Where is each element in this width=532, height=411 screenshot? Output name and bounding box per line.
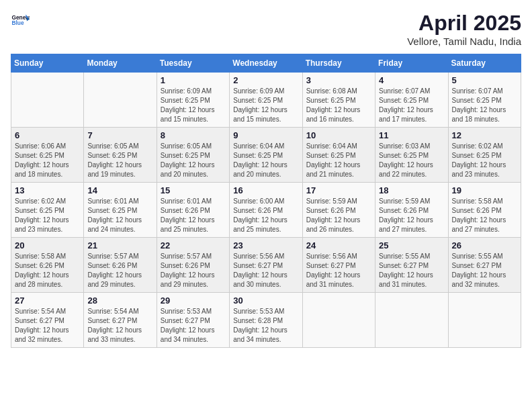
day-info: Sunrise: 5:57 AMSunset: 6:26 PMDaylight:…: [161, 252, 226, 289]
calendar-cell: 13Sunrise: 6:02 AMSunset: 6:25 PMDayligh…: [11, 183, 84, 238]
day-number: 8: [161, 130, 226, 140]
calendar-cell: 19Sunrise: 5:58 AMSunset: 6:26 PMDayligh…: [448, 183, 521, 238]
calendar-cell: 15Sunrise: 6:01 AMSunset: 6:26 PMDayligh…: [157, 183, 229, 238]
calendar-cell: 26Sunrise: 5:55 AMSunset: 6:27 PMDayligh…: [448, 238, 521, 293]
day-number: 11: [379, 130, 444, 140]
day-number: 17: [306, 185, 371, 195]
calendar-cell: [11, 73, 84, 128]
day-info: Sunrise: 5:58 AMSunset: 6:26 PMDaylight:…: [452, 197, 517, 234]
day-info: Sunrise: 5:56 AMSunset: 6:27 PMDaylight:…: [233, 252, 298, 289]
calendar-cell: 18Sunrise: 5:59 AMSunset: 6:26 PMDayligh…: [375, 183, 448, 238]
svg-text:Blue: Blue: [11, 19, 24, 26]
day-number: 22: [161, 240, 226, 250]
week-row-5: 27Sunrise: 5:54 AMSunset: 6:27 PMDayligh…: [11, 293, 521, 348]
calendar-cell: 8Sunrise: 6:05 AMSunset: 6:25 PMDaylight…: [157, 128, 229, 183]
calendar-cell: 5Sunrise: 6:07 AMSunset: 6:25 PMDaylight…: [448, 73, 521, 128]
calendar-cell: [302, 293, 375, 348]
day-number: 10: [306, 130, 371, 140]
title-block: April 2025 Vellore, Tamil Nadu, India: [407, 11, 521, 47]
day-number: 5: [452, 75, 517, 85]
day-info: Sunrise: 5:55 AMSunset: 6:27 PMDaylight:…: [379, 252, 444, 289]
location: Vellore, Tamil Nadu, India: [407, 36, 521, 47]
day-number: 20: [15, 240, 80, 250]
calendar-cell: 14Sunrise: 6:01 AMSunset: 6:25 PMDayligh…: [84, 183, 157, 238]
weekday-header-tuesday: Tuesday: [157, 54, 229, 73]
day-info: Sunrise: 6:09 AMSunset: 6:25 PMDaylight:…: [233, 87, 298, 124]
calendar-cell: 1Sunrise: 6:09 AMSunset: 6:25 PMDaylight…: [157, 73, 229, 128]
day-info: Sunrise: 5:59 AMSunset: 6:26 PMDaylight:…: [379, 197, 444, 234]
day-info: Sunrise: 6:05 AMSunset: 6:25 PMDaylight:…: [87, 142, 152, 179]
day-info: Sunrise: 6:02 AMSunset: 6:25 PMDaylight:…: [15, 197, 80, 234]
day-number: 25: [379, 240, 444, 250]
day-number: 2: [233, 75, 298, 85]
day-info: Sunrise: 6:06 AMSunset: 6:25 PMDaylight:…: [15, 142, 80, 179]
calendar-cell: 9Sunrise: 6:04 AMSunset: 6:25 PMDaylight…: [230, 128, 302, 183]
weekday-header-thursday: Thursday: [302, 54, 375, 73]
day-number: 9: [233, 130, 298, 140]
calendar-cell: 16Sunrise: 6:00 AMSunset: 6:26 PMDayligh…: [230, 183, 302, 238]
calendar-cell: 24Sunrise: 5:56 AMSunset: 6:27 PMDayligh…: [302, 238, 375, 293]
day-info: Sunrise: 5:54 AMSunset: 6:27 PMDaylight:…: [87, 307, 152, 345]
week-row-4: 20Sunrise: 5:58 AMSunset: 6:26 PMDayligh…: [11, 238, 521, 293]
day-number: 18: [379, 185, 444, 195]
day-info: Sunrise: 6:08 AMSunset: 6:25 PMDaylight:…: [306, 87, 371, 124]
day-number: 4: [379, 75, 444, 85]
day-number: 6: [15, 130, 80, 140]
day-info: Sunrise: 5:56 AMSunset: 6:27 PMDaylight:…: [306, 252, 371, 289]
day-info: Sunrise: 6:00 AMSunset: 6:26 PMDaylight:…: [233, 197, 298, 234]
calendar-cell: 4Sunrise: 6:07 AMSunset: 6:25 PMDaylight…: [375, 73, 448, 128]
day-info: Sunrise: 6:04 AMSunset: 6:25 PMDaylight:…: [306, 142, 371, 179]
day-number: 26: [452, 240, 517, 250]
day-info: Sunrise: 6:09 AMSunset: 6:25 PMDaylight:…: [161, 87, 226, 124]
calendar-cell: 7Sunrise: 6:05 AMSunset: 6:25 PMDaylight…: [84, 128, 157, 183]
calendar-cell: [375, 293, 448, 348]
weekday-header-friday: Friday: [375, 54, 448, 73]
day-number: 24: [306, 240, 371, 250]
day-info: Sunrise: 5:55 AMSunset: 6:27 PMDaylight:…: [452, 252, 517, 289]
day-number: 21: [87, 240, 152, 250]
calendar-cell: 12Sunrise: 6:02 AMSunset: 6:25 PMDayligh…: [448, 128, 521, 183]
day-number: 1: [161, 75, 226, 85]
day-info: Sunrise: 5:59 AMSunset: 6:26 PMDaylight:…: [306, 197, 371, 234]
day-number: 19: [452, 185, 517, 195]
day-number: 7: [87, 130, 152, 140]
day-number: 12: [452, 130, 517, 140]
day-number: 3: [306, 75, 371, 85]
day-number: 23: [233, 240, 298, 250]
day-number: 16: [233, 185, 298, 195]
day-number: 13: [15, 185, 80, 195]
page-header: General Blue April 2025 Vellore, Tamil N…: [11, 11, 521, 47]
calendar-cell: 29Sunrise: 5:53 AMSunset: 6:27 PMDayligh…: [157, 293, 229, 348]
calendar-cell: 30Sunrise: 5:53 AMSunset: 6:28 PMDayligh…: [230, 293, 302, 348]
day-info: Sunrise: 6:07 AMSunset: 6:25 PMDaylight:…: [379, 87, 444, 124]
day-info: Sunrise: 6:01 AMSunset: 6:26 PMDaylight:…: [161, 197, 226, 234]
calendar-cell: 28Sunrise: 5:54 AMSunset: 6:27 PMDayligh…: [84, 293, 157, 348]
weekday-header-sunday: Sunday: [11, 54, 84, 73]
day-info: Sunrise: 6:04 AMSunset: 6:25 PMDaylight:…: [233, 142, 298, 179]
calendar-cell: 17Sunrise: 5:59 AMSunset: 6:26 PMDayligh…: [302, 183, 375, 238]
week-row-2: 6Sunrise: 6:06 AMSunset: 6:25 PMDaylight…: [11, 128, 521, 183]
day-info: Sunrise: 5:53 AMSunset: 6:27 PMDaylight:…: [161, 307, 226, 345]
day-number: 15: [161, 185, 226, 195]
day-info: Sunrise: 6:07 AMSunset: 6:25 PMDaylight:…: [452, 87, 517, 124]
weekday-header-wednesday: Wednesday: [230, 54, 302, 73]
logo: General Blue: [11, 11, 30, 30]
calendar-cell: 21Sunrise: 5:57 AMSunset: 6:26 PMDayligh…: [84, 238, 157, 293]
weekday-row: SundayMondayTuesdayWednesdayThursdayFrid…: [11, 54, 521, 73]
month-title: April 2025: [407, 11, 521, 36]
weekday-header-monday: Monday: [84, 54, 157, 73]
day-info: Sunrise: 6:02 AMSunset: 6:25 PMDaylight:…: [452, 142, 517, 179]
calendar-cell: 23Sunrise: 5:56 AMSunset: 6:27 PMDayligh…: [230, 238, 302, 293]
logo-icon: General Blue: [11, 11, 30, 30]
day-info: Sunrise: 6:05 AMSunset: 6:25 PMDaylight:…: [161, 142, 226, 179]
calendar-cell: [448, 293, 521, 348]
calendar-cell: 22Sunrise: 5:57 AMSunset: 6:26 PMDayligh…: [157, 238, 229, 293]
day-info: Sunrise: 5:57 AMSunset: 6:26 PMDaylight:…: [87, 252, 152, 289]
weekday-header-saturday: Saturday: [448, 54, 521, 73]
day-info: Sunrise: 5:58 AMSunset: 6:26 PMDaylight:…: [15, 252, 80, 289]
day-info: Sunrise: 6:01 AMSunset: 6:25 PMDaylight:…: [87, 197, 152, 234]
day-info: Sunrise: 5:54 AMSunset: 6:27 PMDaylight:…: [15, 307, 80, 345]
calendar-cell: 10Sunrise: 6:04 AMSunset: 6:25 PMDayligh…: [302, 128, 375, 183]
day-number: 27: [15, 295, 80, 306]
calendar-cell: 20Sunrise: 5:58 AMSunset: 6:26 PMDayligh…: [11, 238, 84, 293]
